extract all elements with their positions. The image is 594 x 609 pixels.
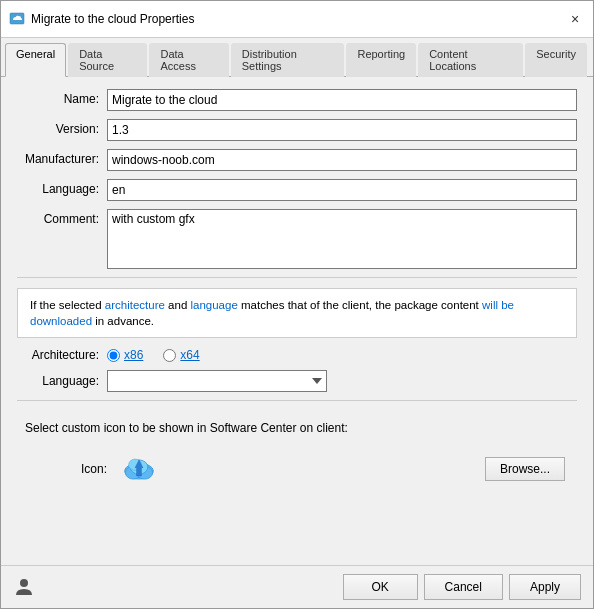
tab-data-access[interactable]: Data Access	[149, 43, 228, 77]
language-input[interactable]	[107, 179, 577, 201]
svg-rect-1	[15, 20, 17, 22]
name-row: Name:	[17, 89, 577, 111]
separator	[17, 277, 577, 278]
highlight-downloaded: will be downloaded	[30, 299, 514, 327]
separator2	[17, 400, 577, 401]
tab-distribution-settings[interactable]: Distribution Settings	[231, 43, 345, 77]
tab-security[interactable]: Security	[525, 43, 587, 77]
cancel-button[interactable]: Cancel	[424, 574, 503, 600]
ok-button[interactable]: OK	[343, 574, 418, 600]
browse-button[interactable]: Browse...	[485, 457, 565, 481]
footer-left	[13, 576, 337, 598]
architecture-radio-group: x86 x64	[107, 348, 200, 362]
tab-general[interactable]: General	[5, 43, 66, 77]
highlight-architecture: architecture	[105, 299, 165, 311]
person-icon	[13, 576, 35, 598]
comment-label: Comment:	[17, 209, 107, 226]
version-label: Version:	[17, 119, 107, 136]
version-row: Version:	[17, 119, 577, 141]
dialog-icon	[9, 11, 25, 27]
language-select[interactable]	[107, 370, 327, 392]
radio-x64-label: x64	[180, 348, 199, 362]
radio-x86-label: x86	[124, 348, 143, 362]
close-button[interactable]: ×	[565, 9, 585, 29]
comment-textarea[interactable]: with custom gfx	[107, 209, 577, 269]
icon-row: Icon: Browse...	[25, 445, 569, 493]
cloud-svg-icon	[119, 452, 159, 487]
svg-point-8	[20, 579, 28, 587]
apply-button[interactable]: Apply	[509, 574, 581, 600]
radio-x64[interactable]: x64	[163, 348, 199, 362]
dialog-title: Migrate to the cloud Properties	[31, 12, 565, 26]
language-select-row: Language:	[17, 370, 577, 392]
radio-x86[interactable]: x86	[107, 348, 143, 362]
icon-label: Icon:	[25, 462, 115, 476]
language-select-label: Language:	[17, 374, 107, 388]
name-label: Name:	[17, 89, 107, 106]
tabs-bar: General Data Source Data Access Distribu…	[1, 38, 593, 77]
manufacturer-label: Manufacturer:	[17, 149, 107, 166]
manufacturer-input[interactable]	[107, 149, 577, 171]
architecture-label: Architecture:	[17, 348, 107, 362]
comment-row: Comment: with custom gfx	[17, 209, 577, 269]
language-field-row: Language:	[17, 179, 577, 201]
version-input[interactable]	[107, 119, 577, 141]
radio-x64-input[interactable]	[163, 349, 176, 362]
title-bar: Migrate to the cloud Properties ×	[1, 1, 593, 38]
tab-content-locations[interactable]: Content Locations	[418, 43, 523, 77]
tab-reporting[interactable]: Reporting	[346, 43, 416, 77]
highlight-language: language	[190, 299, 237, 311]
manufacturer-row: Manufacturer:	[17, 149, 577, 171]
icon-section: Select custom icon to be shown in Softwa…	[17, 413, 577, 501]
dialog-window: Migrate to the cloud Properties × Genera…	[0, 0, 594, 609]
architecture-row: Architecture: x86 x64	[17, 348, 577, 362]
radio-x86-input[interactable]	[107, 349, 120, 362]
main-content: Name: Version: Manufacturer: Language: C…	[1, 77, 593, 565]
language-text-label: Language:	[17, 179, 107, 196]
tab-data-source[interactable]: Data Source	[68, 43, 147, 77]
icon-section-title: Select custom icon to be shown in Softwa…	[25, 421, 569, 435]
info-box: If the selected architecture and languag…	[17, 288, 577, 338]
name-input[interactable]	[107, 89, 577, 111]
footer: OK Cancel Apply	[1, 565, 593, 608]
icon-preview	[115, 445, 163, 493]
